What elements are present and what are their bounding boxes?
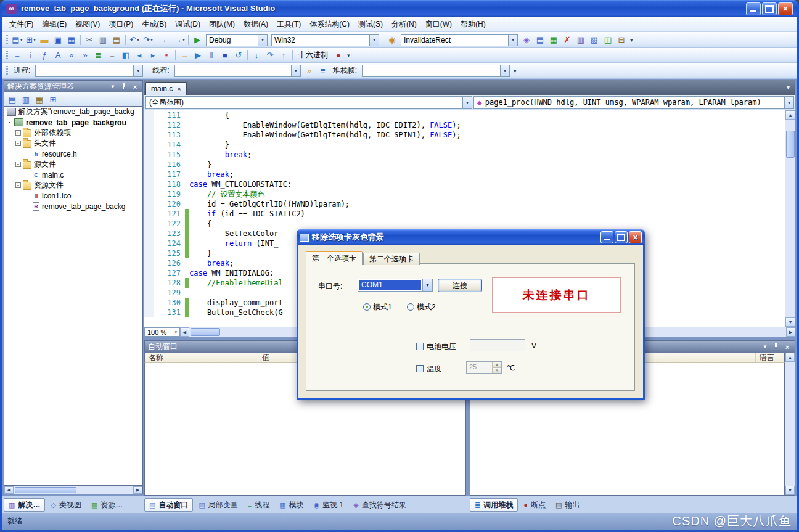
- tab-first[interactable]: 第一个选项卡: [306, 251, 363, 265]
- temperature-spinner[interactable]: 25 ▲▼: [466, 361, 502, 374]
- scroll-thumb[interactable]: [191, 328, 220, 336]
- code-line[interactable]: 119// 设置文本颜色: [144, 189, 785, 199]
- cut-icon[interactable]: ✂: [83, 34, 96, 46]
- show-flagged-threads-icon[interactable]: »: [303, 65, 316, 77]
- debug-toolbar-options[interactable]: ▾: [347, 52, 350, 59]
- menu-item-0[interactable]: 文件(F): [5, 17, 38, 31]
- display-member-list-icon[interactable]: ≡: [11, 49, 23, 62]
- tab-second[interactable]: 第二个选项卡: [363, 253, 420, 265]
- menu-item-5[interactable]: 调试(D): [171, 17, 205, 31]
- paste-icon[interactable]: ▤: [110, 34, 123, 46]
- scope-combo[interactable]: (全局范围) ▾: [145, 96, 472, 109]
- uncomment-icon[interactable]: ≡: [106, 49, 118, 62]
- window-position-icon[interactable]: ▼: [109, 83, 117, 91]
- break-all-icon[interactable]: ‖: [205, 49, 218, 62]
- dialog-titlebar[interactable]: 移除选项卡灰色背景 ×: [297, 229, 645, 245]
- menu-item-13[interactable]: 帮助(H): [456, 17, 490, 31]
- tab-locals[interactable]: ▤局部变量: [194, 498, 242, 512]
- menu-item-10[interactable]: 测试(S): [354, 17, 387, 31]
- menu-item-6[interactable]: 团队(M): [205, 17, 239, 31]
- open-file-icon[interactable]: ▬: [38, 34, 51, 46]
- column-name[interactable]: 名称: [145, 353, 258, 362]
- indent-increase-icon[interactable]: »: [79, 49, 91, 62]
- menu-item-3[interactable]: 项目(P): [104, 17, 137, 31]
- com-port-combo[interactable]: COM1 ▼: [358, 279, 433, 292]
- tab-threads[interactable]: ≡线程: [244, 498, 274, 512]
- tab-call-stack[interactable]: ≣调用堆栈: [470, 498, 518, 512]
- scroll-right-icon[interactable]: ▶: [786, 327, 795, 337]
- code-line[interactable]: 118case WM_CTLCOLORSTATIC:: [144, 179, 785, 189]
- add-new-item-icon[interactable]: ⊞▾: [25, 34, 37, 46]
- clear-bookmarks-icon[interactable]: ▪: [160, 49, 173, 62]
- mode1-radio[interactable]: 模式1: [363, 302, 392, 313]
- start-debugging-icon[interactable]: ▶: [191, 34, 203, 46]
- indent-decrease-icon[interactable]: «: [65, 49, 78, 62]
- code-line[interactable]: 122{: [144, 219, 785, 229]
- dialog-minimize-button[interactable]: [600, 231, 613, 243]
- menu-item-7[interactable]: 数据(A): [239, 17, 272, 31]
- tree-item[interactable]: remove_tab_page_backg: [4, 201, 142, 211]
- tab-watch[interactable]: ◉监视 1: [309, 498, 348, 512]
- thread-combo[interactable]: ▾: [174, 65, 301, 77]
- dialog-maximize-button[interactable]: [615, 231, 628, 243]
- auto-hide-pin-icon[interactable]: [772, 343, 781, 351]
- object-browser-icon[interactable]: ◫: [602, 34, 614, 46]
- display-word-completion-icon[interactable]: A: [52, 49, 64, 62]
- previous-bookmark-icon[interactable]: ◂: [133, 49, 145, 62]
- view-code-icon[interactable]: ▤: [6, 93, 18, 105]
- close-button[interactable]: ×: [778, 2, 793, 15]
- command-window-icon[interactable]: ▤: [534, 34, 546, 46]
- solution-configurations-combo[interactable]: Debug▾: [206, 34, 268, 46]
- code-line[interactable]: 113EnableWindow(GetDlgItem(hdlg, IDC_SPI…: [144, 130, 785, 140]
- breakpoints-window-icon[interactable]: ●: [332, 49, 345, 62]
- redo-icon[interactable]: ↷▾: [142, 34, 154, 46]
- collapse-icon[interactable]: -: [15, 141, 21, 146]
- save-icon[interactable]: ▣: [52, 34, 64, 46]
- tree-item[interactable]: main.c: [4, 170, 142, 180]
- view-designer-icon[interactable]: ▥: [20, 93, 32, 105]
- collapse-icon[interactable]: -: [7, 120, 12, 125]
- member-combo[interactable]: ◆ page1_proc(HWND hdlg, UINT umsg, WPARA…: [473, 96, 794, 109]
- menu-item-4[interactable]: 生成(B): [137, 17, 171, 31]
- comment-icon[interactable]: ≣: [92, 49, 105, 62]
- stop-debugging-icon[interactable]: ■: [219, 49, 231, 62]
- scroll-down-icon[interactable]: ▼: [785, 486, 795, 495]
- show-all-files-icon[interactable]: ▦: [33, 93, 46, 105]
- scroll-thumb[interactable]: [786, 131, 795, 158]
- scroll-down-icon[interactable]: ▼: [785, 317, 795, 327]
- restart-icon[interactable]: ↺: [232, 49, 245, 62]
- toggle-bookmark-icon[interactable]: ◧: [120, 49, 132, 62]
- standard-toolbar-options[interactable]: ▾: [630, 37, 633, 43]
- continue-icon[interactable]: ▶: [192, 49, 204, 62]
- code-line[interactable]: 121if (id == IDC_STATIC2): [144, 209, 785, 219]
- editor-vscrollbar[interactable]: ▲ ▼: [785, 110, 795, 327]
- solution-tree-hscrollbar[interactable]: ◀ ▶: [4, 486, 143, 494]
- menu-item-1[interactable]: 编辑(E): [38, 17, 71, 31]
- menu-item-2[interactable]: 视图(V): [71, 17, 104, 31]
- tree-item[interactable]: +外部依赖项: [4, 128, 142, 138]
- temperature-checkbox[interactable]: 温度: [416, 364, 441, 374]
- battery-checkbox[interactable]: 电池电压: [416, 342, 456, 352]
- tree-item[interactable]: -资源文件: [4, 180, 142, 190]
- step-out-icon[interactable]: ↑: [277, 49, 290, 62]
- close-panel-icon[interactable]: ×: [783, 343, 792, 351]
- hex-display-toggle[interactable]: 十六进制: [295, 49, 331, 62]
- tab-solution-explorer[interactable]: ▥解决…: [4, 498, 45, 512]
- show-next-statement-icon[interactable]: →: [178, 49, 191, 62]
- immediate-window-icon[interactable]: ▦: [547, 34, 560, 46]
- display-parameter-info-icon[interactable]: ƒ: [38, 49, 51, 62]
- properties-window-icon[interactable]: ▧: [588, 34, 600, 46]
- spin-up-icon[interactable]: ▲: [493, 362, 501, 368]
- code-line[interactable]: 115break;: [144, 150, 785, 160]
- tree-item[interactable]: icon1.ico: [4, 190, 142, 201]
- zoom-control[interactable]: 100 % ▾: [144, 327, 180, 337]
- auto-hide-pin-icon[interactable]: [120, 83, 128, 91]
- navigate-backward-icon[interactable]: ←: [160, 34, 172, 46]
- tree-item[interactable]: -remove_tab_page_backgrou: [4, 117, 142, 128]
- find-combo[interactable]: InvalidateRect▾: [401, 34, 518, 46]
- tree-item[interactable]: -头文件: [4, 138, 142, 149]
- scroll-left-icon[interactable]: ◀: [180, 327, 189, 337]
- save-all-icon[interactable]: ▦: [65, 34, 78, 46]
- close-panel-icon[interactable]: ×: [131, 83, 139, 91]
- menu-item-11[interactable]: 分析(N): [387, 17, 421, 31]
